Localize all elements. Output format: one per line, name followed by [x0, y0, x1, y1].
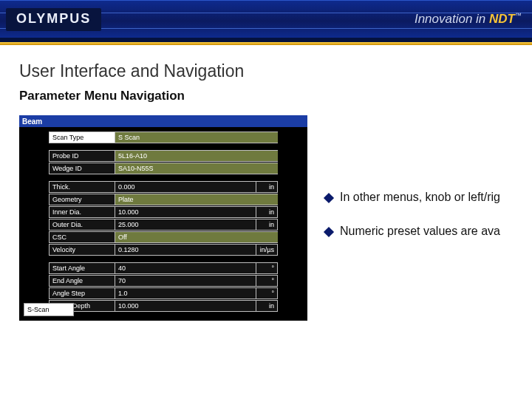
footer-button[interactable]: S-Scan [24, 303, 74, 316]
brand-tagline: Innovation in NDT™ [415, 12, 522, 27]
parameter-unit: in [256, 219, 278, 231]
parameter-value[interactable]: 70 [115, 275, 256, 287]
parameter-value[interactable]: 5L16-A10 [115, 150, 278, 162]
parameter-label: Probe ID [49, 150, 115, 162]
tagline-lead: Innovation in [415, 12, 489, 26]
bullet-diamond-icon [324, 227, 334, 237]
instrument-screenshot: Beam Scan TypeS ScanProbe ID5L16-A10Wedg… [19, 115, 307, 321]
parameter-label: Start Angle [49, 262, 115, 274]
parameter-value[interactable]: 40 [115, 262, 256, 274]
bullet-text: Numeric preset values are ava [340, 225, 500, 238]
parameter-value[interactable]: 10.000 [115, 206, 256, 218]
parameter-value[interactable]: 1.0 [115, 287, 256, 299]
panel-title: Beam [19, 115, 307, 127]
parameter-label: End Angle [49, 275, 115, 287]
parameter-label: Angle Step [49, 287, 115, 299]
parameter-unit: ° [256, 287, 278, 299]
parameter-row[interactable]: Velocity0.1280in/µs [49, 244, 278, 256]
parameter-unit: in/µs [256, 244, 278, 256]
parameter-value[interactable]: S Scan [115, 132, 278, 143]
bullet-item: Numeric preset values are ava [325, 225, 500, 238]
parameter-row[interactable]: Focus Depth10.000in [49, 300, 278, 312]
parameter-row[interactable]: Thick.0.000in [49, 181, 278, 193]
slide-subtitle: Parameter Menu Navigation [19, 89, 532, 103]
parameter-label: Inner Dia. [49, 206, 115, 218]
parameter-label: Outer Dia. [49, 219, 115, 231]
parameter-label: CSC [49, 231, 115, 243]
parameter-label: Wedge ID [49, 163, 115, 174]
parameter-unit: in [256, 300, 278, 312]
parameter-value[interactable]: Plate [115, 194, 278, 205]
slide-title: User Interface and Navigation [19, 61, 532, 81]
parameter-label: Velocity [49, 244, 115, 256]
parameter-label: Scan Type [49, 132, 115, 143]
parameter-value[interactable]: Off [115, 231, 278, 243]
parameter-row[interactable]: End Angle70° [49, 275, 278, 287]
parameter-row[interactable]: GeometryPlate [49, 194, 278, 205]
parameter-unit: ° [256, 262, 278, 274]
brand-wordmark: OLYMPUS [16, 11, 91, 26]
parameter-list: Scan TypeS ScanProbe ID5L16-A10Wedge IDS… [49, 132, 278, 313]
parameter-row[interactable]: Wedge IDSA10-N55S [49, 163, 278, 174]
parameter-row[interactable]: CSCOff [49, 231, 278, 243]
parameter-value[interactable]: SA10-N55S [115, 163, 278, 174]
parameter-value[interactable]: 10.000 [115, 300, 256, 312]
parameter-unit: in [256, 206, 278, 218]
parameter-row[interactable]: Inner Dia.10.000in [49, 206, 278, 218]
parameter-value[interactable]: 0.1280 [115, 244, 256, 256]
bullet-list: In other menus, knob or left/rig Numeric… [325, 191, 500, 259]
slide-area: User Interface and Navigation Parameter … [0, 45, 532, 321]
brand-band: OLYMPUS Innovation in NDT™ [0, 0, 532, 42]
parameter-value[interactable]: 25.000 [115, 219, 256, 231]
parameter-unit: ° [256, 275, 278, 287]
tagline-tm: ™ [515, 12, 522, 19]
parameter-value[interactable]: 0.000 [115, 181, 256, 193]
parameter-row[interactable]: Outer Dia.25.000in [49, 219, 278, 231]
parameter-row[interactable]: Angle Step1.0° [49, 287, 278, 299]
brand-logo: OLYMPUS [6, 8, 101, 31]
bullet-text: In other menus, knob or left/rig [340, 191, 500, 204]
tagline-ndt: NDT [489, 12, 515, 26]
bullet-item: In other menus, knob or left/rig [325, 191, 500, 204]
parameter-row[interactable]: Start Angle40° [49, 262, 278, 274]
bullet-diamond-icon [324, 193, 334, 203]
parameter-label: Thick. [49, 181, 115, 193]
parameter-unit: in [256, 181, 278, 193]
parameter-row[interactable]: Probe ID5L16-A10 [49, 150, 278, 162]
parameter-row[interactable]: Scan TypeS Scan [49, 132, 278, 143]
parameter-label: Geometry [49, 194, 115, 205]
